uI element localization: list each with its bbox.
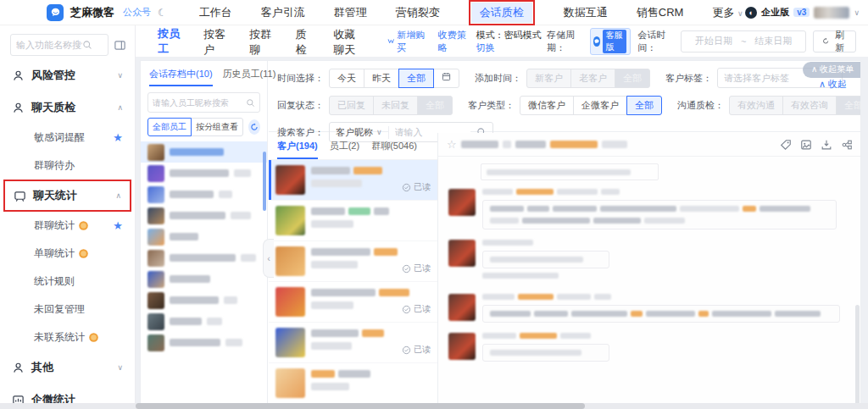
sidebar-item-uncontacted-stats[interactable]: 未联系统计 xyxy=(0,323,135,351)
sidebar-item-group-todo[interactable]: 群聊待办 xyxy=(0,152,135,180)
collapse-menu-button[interactable]: ∧ 收起菜单 xyxy=(803,62,861,78)
avatar xyxy=(275,165,305,195)
tab-customers[interactable]: 客户(194) xyxy=(277,140,318,159)
employee-row[interactable] xyxy=(141,268,267,290)
redacted-text xyxy=(487,169,631,175)
time-all-button[interactable]: 全部 xyxy=(398,69,434,88)
employee-row[interactable] xyxy=(141,226,267,247)
sync-icon[interactable] xyxy=(248,119,260,135)
refresh-button[interactable]: 刷新 xyxy=(813,30,856,53)
conversation-row[interactable] xyxy=(269,201,437,241)
calendar-icon[interactable] xyxy=(433,69,459,88)
tab-groups[interactable]: 群聊(5046) xyxy=(371,140,417,159)
star-icon[interactable]: ★ xyxy=(113,131,123,144)
sidebar-group-risk-control[interactable]: 风险管控 ∨ xyxy=(0,59,135,91)
message-bubble[interactable] xyxy=(482,251,609,268)
pricing-link[interactable]: 收费策略 xyxy=(438,29,468,54)
collapse-filters-link[interactable]: ∧ 收起 xyxy=(819,78,847,91)
sidebar-item-group-chat-stats[interactable]: 群聊统计 ★ xyxy=(0,212,135,240)
collapse-column-handle[interactable]: ‹ xyxy=(263,239,274,278)
storage-edition-badge[interactable]: 客服版 xyxy=(590,28,632,55)
reply-all-button[interactable]: 全部 xyxy=(417,96,453,115)
dark-mode-icon[interactable]: ☾ xyxy=(158,7,167,19)
sidebar-item-unreplied-management[interactable]: 未回复管理 xyxy=(0,296,135,323)
mode-switch-link[interactable]: 切换 xyxy=(476,42,495,53)
employee-row[interactable] xyxy=(141,184,267,205)
tab-by-group[interactable]: 按群聊 xyxy=(249,20,273,63)
add-time-all-button[interactable]: 全部 xyxy=(615,69,650,88)
view-by-group-button[interactable]: 按分组查看 xyxy=(191,118,243,136)
tab-by-customer[interactable]: 按客户 xyxy=(203,20,227,63)
horizontal-scrollbar-thumb[interactable] xyxy=(136,403,585,409)
type-wechat-button[interactable]: 微信客户 xyxy=(520,96,574,115)
conversation-row[interactable]: 已读 xyxy=(269,241,437,282)
panel-toggle-icon[interactable] xyxy=(114,39,126,52)
favorite-star-icon[interactable]: ☆ xyxy=(447,138,457,151)
tab-by-employee[interactable]: 按员工 xyxy=(158,19,181,64)
sidebar-group-chat-stats[interactable]: 聊天统计 ∧ xyxy=(5,181,130,210)
nav-item-customer-acquisition[interactable]: 客户引流 xyxy=(261,5,305,20)
nav-item-group-management[interactable]: 群管理 xyxy=(334,5,367,20)
conversation-row[interactable]: 已读 xyxy=(269,282,437,323)
nav-item-marketing-fission[interactable]: 营销裂变 xyxy=(396,5,440,20)
avatar[interactable] xyxy=(814,7,849,19)
tab-employees[interactable]: 员工(2) xyxy=(330,140,359,159)
download-icon[interactable] xyxy=(821,139,832,151)
type-all-button[interactable]: 全部 xyxy=(626,96,662,115)
redacted-text xyxy=(593,218,641,224)
employee-row[interactable] xyxy=(141,290,267,311)
employee-search-input[interactable] xyxy=(153,98,246,108)
image-icon[interactable] xyxy=(800,139,812,151)
nav-item-session-qc-highlighted[interactable]: 会话质检 xyxy=(469,0,535,25)
reply-replied-button[interactable]: 已回复 xyxy=(329,96,374,115)
nav-item-data-interop[interactable]: 数据互通 xyxy=(564,5,608,20)
nav-item-more[interactable]: 更多 ∨ xyxy=(712,5,743,20)
type-wecom-button[interactable]: 企微客户 xyxy=(573,96,627,115)
sidebar-group-chat-qc[interactable]: 聊天质检 ∧ xyxy=(0,91,135,124)
employee-row[interactable] xyxy=(141,163,267,184)
message-bubble[interactable] xyxy=(482,344,609,362)
sidebar-item-single-chat-stats[interactable]: 单聊统计 xyxy=(0,240,135,268)
message-bubble[interactable] xyxy=(482,305,840,323)
nav-item-workbench[interactable]: 工作台 xyxy=(199,5,232,20)
qc-all-button[interactable]: 全部 xyxy=(836,96,861,115)
add-time-new-button[interactable]: 新客户 xyxy=(526,69,571,88)
sidebar-item-sensitive-words[interactable]: 敏感词提醒 ★ xyxy=(0,124,135,152)
reply-unreplied-button[interactable]: 未回复 xyxy=(373,96,418,115)
view-all-employees-button[interactable]: 全部员工 xyxy=(147,118,192,136)
tab-archived-employees[interactable]: 会话存档中(10) xyxy=(149,68,213,86)
redacted-text xyxy=(207,318,222,325)
redacted-text xyxy=(311,261,358,268)
sidebar-group-other[interactable]: 其他 ∨ xyxy=(0,351,135,384)
conversation-row[interactable]: 已读 xyxy=(269,323,437,363)
conversation-row[interactable]: 已读 xyxy=(269,160,437,201)
star-icon[interactable]: ★ xyxy=(113,219,123,232)
time-yesterday-button[interactable]: 昨天 xyxy=(364,69,399,88)
official-account-link[interactable]: 公众号 xyxy=(123,6,151,19)
add-time-old-button[interactable]: 老客户 xyxy=(570,69,615,88)
message-bubble[interactable] xyxy=(482,200,837,229)
scrollbar[interactable] xyxy=(855,305,860,409)
tab-favorite-chats[interactable]: 收藏聊天 xyxy=(333,20,365,63)
time-today-button[interactable]: 今天 xyxy=(329,69,364,88)
employee-row[interactable] xyxy=(141,247,267,268)
sidebar-item-stat-rules[interactable]: 统计规则 xyxy=(0,268,135,296)
tab-history-employees[interactable]: 历史员工(11) xyxy=(223,68,276,86)
nav-item-sales-crm[interactable]: 销售CRM xyxy=(637,5,684,20)
conversation-row[interactable] xyxy=(269,363,437,404)
employee-row[interactable] xyxy=(141,332,267,353)
employee-row[interactable] xyxy=(141,311,267,332)
qc-valid-consult-button[interactable]: 有效咨询 xyxy=(782,96,837,115)
sidebar-search-input[interactable] xyxy=(16,40,82,50)
avatar xyxy=(147,207,164,224)
employee-row[interactable] xyxy=(141,141,267,163)
buy-more-link[interactable]: 新增购买 xyxy=(387,29,426,54)
share-icon[interactable] xyxy=(841,139,853,151)
account-chevron-down-icon[interactable]: ∨ xyxy=(854,8,860,17)
scrollbar[interactable] xyxy=(263,152,266,211)
date-range-input[interactable]: 开始日期 ~ 结束日期 xyxy=(681,30,806,53)
tab-qc[interactable]: 质检 xyxy=(295,20,311,63)
tag-icon[interactable] xyxy=(780,139,792,151)
qc-valid-comm-button[interactable]: 有效沟通 xyxy=(729,96,783,115)
employee-row[interactable] xyxy=(141,205,267,226)
